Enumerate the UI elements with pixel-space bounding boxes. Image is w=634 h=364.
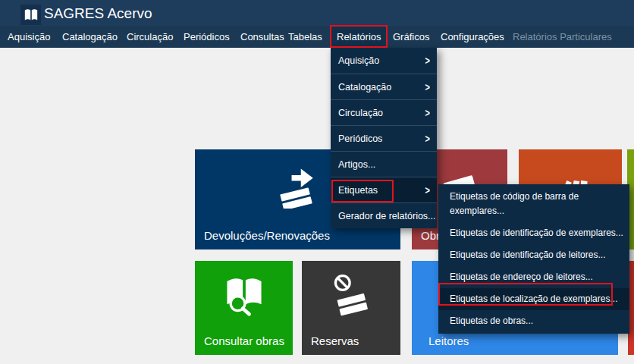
menu-item-label: Aquisição [338,55,379,66]
books-blocked-icon [302,261,400,334]
menu-item-label: Gerador de relatórios... [338,211,436,221]
submenu-item-codigo-de-barra[interactable]: Etiquetas de código de barra de exemplar… [438,186,629,222]
menubar-item-relatorios-particulares: Relatórios Particulares [513,26,612,48]
menubar-item-graficos[interactable]: Gráficos [393,26,429,48]
etiquetas-submenu: Etiquetas de código de barra de exemplar… [438,184,629,334]
menu-item-label: Catalogação [338,82,391,93]
app-logo-book-icon [20,5,41,25]
menubar-item-periodicos[interactable]: Periódicos [184,26,230,48]
tile-label: Consultar obras [195,334,293,355]
menu-item-gerador-de-relatorios[interactable]: Gerador de relatórios... [331,202,437,228]
tile-reservas[interactable]: Reservas [302,261,400,355]
menubar-item-consultas[interactable]: Consultas [240,26,284,48]
submenu-arrow-icon: > [425,174,430,207]
titlebar: SAGRES Acervo [0,0,634,26]
menu-item-aquisicao[interactable]: Aquisição > [331,48,437,74]
menubar-item-aquisicao[interactable]: Aquisição [8,26,50,48]
submenu-item-identificacao-leitores[interactable]: Etiquetas de identificação de leitores..… [438,244,629,266]
tile-label: Devoluções/Renovações [195,229,400,249]
tile-consultar-obras[interactable]: Consultar obras [195,261,293,355]
submenu-arrow-icon: > [425,123,430,155]
menu-item-label: Periódicos [338,133,382,144]
menu-item-label: Artigos... [338,159,375,170]
menu-item-etiquetas[interactable]: Etiquetas > [331,177,437,202]
menubar-item-catalogacao[interactable]: Catalogação [62,26,118,48]
menu-item-artigos[interactable]: Artigos... [331,151,437,177]
app-title: SAGRES Acervo [44,3,152,24]
menubar-item-configuracoes[interactable]: Configurações [441,26,504,48]
submenu-item-identificacao-exemplares[interactable]: Etiquetas de identificação de exemplares… [438,222,629,244]
menubar: Aquisição Catalogação Circulação Periódi… [0,26,634,48]
tile-label: Reservas [302,334,400,355]
menubar-item-relatorios[interactable]: Relatórios [337,26,381,48]
menu-item-periodicos[interactable]: Periódicos > [331,125,437,151]
submenu-item-obras[interactable]: Etiquetas de obras... [438,310,629,332]
submenu-item-localizacao-exemplares[interactable]: Etiquetas de localização de exemplares..… [438,288,629,310]
menu-item-catalogacao[interactable]: Catalogação > [331,74,437,99]
menu-item-label: Circulação [338,108,383,118]
submenu-item-endereco-leitores[interactable]: Etiquetas de endereço de leitores... [438,266,629,288]
menu-item-label: Etiquetas [338,185,378,196]
relatorios-dropdown-menu: Aquisição > Catalogação > Circulação > P… [331,48,437,228]
book-search-icon [195,261,293,334]
menubar-item-circulacao[interactable]: Circulação [127,26,173,48]
tile-label: Leitores [412,334,618,355]
menubar-item-tabelas[interactable]: Tabelas [288,26,322,48]
menu-item-circulacao[interactable]: Circulação > [331,99,437,125]
